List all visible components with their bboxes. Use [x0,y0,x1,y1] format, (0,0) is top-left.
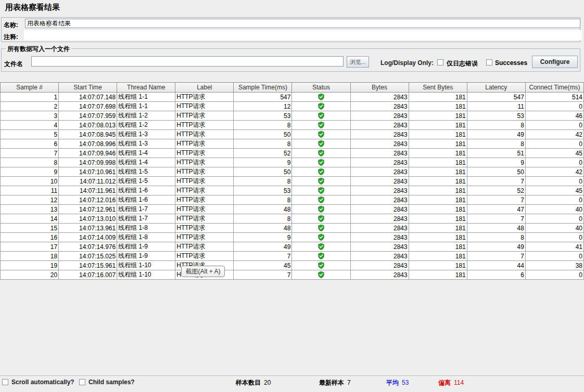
table-row[interactable]: 214:07:07.698线程组 1-1HTTP请求122843181110 [1,102,584,111]
cell: 2843 [350,149,409,158]
table-row[interactable]: 1014:07:11.012线程组 1-5HTTP请求8284318170 [1,177,584,186]
cell: 53 [467,111,525,121]
errors-only-checkbox[interactable] [437,59,443,66]
cell: 线程组 1-6 [117,186,175,195]
cell: 18 [1,252,59,261]
cell: 2843 [350,195,409,205]
success-shield-icon [318,168,325,176]
table-row[interactable]: 714:07:09.946线程组 1-4HTTP请求5228431815145 [1,149,584,158]
success-shield-icon [318,205,325,213]
table-row[interactable]: 314:07:07.959线程组 1-2HTTP请求5328431815346 [1,111,584,121]
cell: 49 [467,242,525,252]
cell: 4 [1,121,59,130]
cell: 6 [467,270,525,280]
average-label: 平均 [386,379,399,386]
table-row[interactable]: 814:07:09.998线程组 1-4HTTP请求9284318190 [1,158,584,167]
name-input[interactable] [25,19,580,28]
column-header[interactable]: Bytes [350,83,409,93]
cell: 线程组 1-2 [117,111,175,121]
column-header[interactable]: Connect Time(ms) [525,83,583,93]
table-row[interactable]: 1214:07:12.016线程组 1-6HTTP请求8284318170 [1,195,584,205]
cell: 14:07:08.945 [59,130,117,139]
cell: 线程组 1-7 [117,205,175,214]
filename-input[interactable] [31,56,344,67]
table-row[interactable]: 1914:07:15.961线程组 1-10HTTP请求452843181443… [1,261,584,270]
cell: 53 [234,111,292,121]
sample-count-value: 20 [264,379,271,386]
cell: 20 [1,270,59,280]
cell: 14:07:13.961 [59,224,117,233]
table-row[interactable]: 1714:07:14.976线程组 1-9HTTP请求4928431814941 [1,242,584,252]
browse-button[interactable]: 浏览... [347,56,369,68]
table-row[interactable]: 914:07:10.961线程组 1-5HTTP请求5028431815042 [1,167,584,177]
cell: 7 [467,177,525,186]
status-success-icon [292,186,350,195]
cell: 50 [467,167,525,177]
cell: 14:07:09.998 [59,158,117,167]
cell: 2843 [350,242,409,252]
cell: 45 [525,186,583,195]
table-row[interactable]: 2014:07:16.007线程组 1-10HTTP请求7284318160 [1,270,584,280]
cell: 1 [1,93,59,102]
deviation-stat: 偏离114 [438,378,464,387]
deviation-value: 114 [454,379,464,386]
column-header[interactable]: Sample # [1,83,59,93]
cell: 线程组 1-4 [117,149,175,158]
successes-checkbox[interactable] [486,59,492,66]
configure-button[interactable]: Configure [532,56,578,68]
table-row[interactable]: 1114:07:11.961线程组 1-6HTTP请求5328431815245 [1,186,584,195]
cell: 2843 [350,139,409,149]
log-display-only-label: Log/Display Only: [380,59,434,67]
table-row[interactable]: 114:07:07.148线程组 1-1HTTP请求54728431815475… [1,93,584,102]
table-row[interactable]: 1614:07:14.009线程组 1-8HTTP请求9284318180 [1,233,584,242]
success-shield-icon [318,130,325,138]
cell: 514 [525,93,583,102]
cell: 13 [1,205,59,214]
cell: 547 [467,93,525,102]
column-header[interactable]: Start Time [59,83,117,93]
status-success-icon [292,93,350,102]
screenshot-button[interactable]: 截图(Alt + A) [181,266,225,277]
comments-input[interactable] [24,30,582,40]
table-row[interactable]: 614:07:08.996线程组 1-3HTTP请求8284318180 [1,139,584,149]
column-header[interactable]: Latency [467,83,525,93]
cell: 0 [525,121,583,130]
cell: 0 [525,233,583,242]
child-samples-checkbox[interactable] [79,379,85,385]
table-row[interactable]: 1314:07:12.961线程组 1-7HTTP请求4828431814740 [1,205,584,214]
table-row[interactable]: 414:07:08.013线程组 1-2HTTP请求8284318180 [1,121,584,130]
cell: 42 [525,130,583,139]
cell: 181 [409,177,467,186]
cell: 8 [234,139,292,149]
status-bar [0,375,584,392]
cell: 14:07:16.007 [59,270,117,280]
cell: HTTP请求 [175,242,234,252]
cell: 53 [234,186,292,195]
table-row[interactable]: 1814:07:15.025线程组 1-9HTTP请求7284318170 [1,252,584,261]
cell: 10 [1,177,59,186]
cell: 9 [467,158,525,167]
scroll-automatically-checkbox[interactable] [2,379,8,385]
table-row[interactable]: 1414:07:13.010线程组 1-7HTTP请求8284318170 [1,214,584,224]
table-row[interactable]: 1514:07:13.961线程组 1-8HTTP请求4828431814840 [1,224,584,233]
column-header[interactable]: Label [175,83,234,93]
average-value: 53 [402,379,409,386]
cell: 2843 [350,111,409,121]
column-header[interactable]: Status [292,83,350,93]
column-header[interactable]: Sent Bytes [409,83,467,93]
cell: 0 [525,252,583,261]
cell: HTTP请求 [175,139,234,149]
cell: 线程组 1-3 [117,139,175,149]
table-row[interactable]: 514:07:08.945线程组 1-3HTTP请求5028431814942 [1,130,584,139]
cell: 7 [234,252,292,261]
cell: 2843 [350,205,409,214]
cell: 181 [409,224,467,233]
column-header[interactable]: Thread Name [117,83,175,93]
cell: 线程组 1-9 [117,252,175,261]
cell: 3 [1,111,59,121]
cell: 181 [409,252,467,261]
cell: 181 [409,158,467,167]
status-success-icon [292,158,350,167]
cell: 2843 [350,252,409,261]
column-header[interactable]: Sample Time(ms) [234,83,292,93]
